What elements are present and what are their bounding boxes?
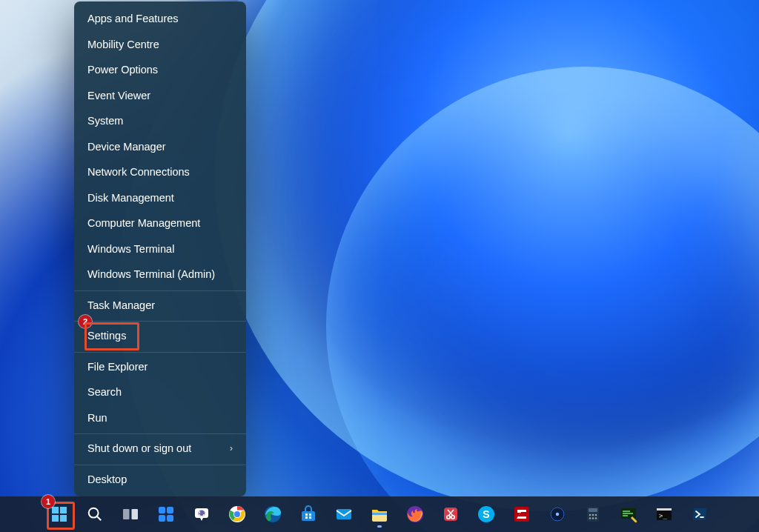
svg-rect-14 <box>199 511 201 513</box>
menu-item-label: Settings <box>87 330 126 342</box>
svg-rect-9 <box>167 507 173 513</box>
svg-point-46 <box>595 517 597 519</box>
menu-item-power-options[interactable]: Power Options <box>74 57 246 83</box>
calculator-icon <box>584 505 602 523</box>
svg-point-45 <box>592 517 594 519</box>
menu-item-settings[interactable]: Settings <box>74 321 246 349</box>
mail-icon <box>335 505 353 523</box>
svg-rect-21 <box>309 513 311 516</box>
taskbar-powershell-button[interactable] <box>685 499 715 529</box>
taskbar-skype-button[interactable]: S <box>471 499 501 529</box>
menu-item-windows-terminal-admin[interactable]: Windows Terminal (Admin) <box>74 262 246 287</box>
search-icon <box>86 505 104 523</box>
svg-point-41 <box>589 514 591 516</box>
taskbar-snipping-tool-button[interactable] <box>436 499 465 529</box>
menu-item-search[interactable]: Search <box>74 379 246 405</box>
taskbar-task-view-button[interactable] <box>116 499 145 529</box>
menu-item-label: Windows Terminal (Admin) <box>87 269 215 280</box>
menu-item-label: Network Connections <box>87 167 190 178</box>
menu-item-label: Apps and Features <box>87 13 179 24</box>
taskbar-store-button[interactable] <box>294 499 323 529</box>
svg-text:S: S <box>483 508 489 520</box>
taskbar-chrome-button[interactable] <box>222 499 252 529</box>
svg-rect-22 <box>305 516 308 519</box>
svg-rect-2 <box>52 515 59 522</box>
menu-item-task-manager[interactable]: Task Manager <box>74 290 246 319</box>
menu-item-run[interactable]: Run <box>74 405 246 431</box>
disc-icon <box>548 505 566 523</box>
svg-rect-20 <box>305 513 308 516</box>
svg-rect-40 <box>589 508 597 512</box>
menu-item-windows-terminal[interactable]: Windows Terminal <box>74 236 246 262</box>
menu-item-label: Device Manager <box>87 142 166 153</box>
taskbar-edge-button[interactable] <box>258 499 288 529</box>
menu-item-label: System <box>87 116 123 127</box>
menu-item-label: Disk Management <box>87 193 174 204</box>
menu-item-apps-and-features[interactable]: Apps and Features <box>74 6 246 32</box>
menu-item-label: Event Viewer <box>87 90 150 102</box>
taskbar-file-explorer-button[interactable] <box>365 499 394 529</box>
svg-rect-1 <box>60 507 67 513</box>
taskbar-command-prompt-button[interactable]: >_ <box>649 499 679 529</box>
svg-line-5 <box>97 516 101 520</box>
menu-item-desktop[interactable]: Desktop <box>74 465 246 493</box>
snipping-icon <box>442 505 460 523</box>
svg-rect-35 <box>514 507 529 522</box>
svg-point-42 <box>592 514 594 516</box>
svg-point-44 <box>589 517 591 519</box>
svg-rect-53 <box>657 508 672 511</box>
cmd-icon: >_ <box>655 505 673 523</box>
svg-rect-10 <box>159 515 165 522</box>
svg-point-38 <box>556 513 559 516</box>
svg-point-51 <box>635 521 637 522</box>
taskbar-widgets-button[interactable] <box>151 499 181 529</box>
callout-badge-1: 1 <box>42 495 55 508</box>
powershell-icon <box>691 505 709 523</box>
menu-item-shut-down-or-sign-out[interactable]: Shut down or sign out› <box>74 433 246 462</box>
menu-item-label: Windows Terminal <box>87 244 174 255</box>
menu-item-network-connections[interactable]: Network Connections <box>74 159 246 185</box>
taskbar-firefox-button[interactable] <box>400 499 430 529</box>
svg-rect-24 <box>337 509 351 519</box>
taskbar-filezilla-button[interactable] <box>507 499 537 529</box>
menu-item-label: Task Manager <box>87 300 155 311</box>
taskbar-search-button[interactable] <box>80 499 110 529</box>
menu-item-label: File Explorer <box>87 362 148 373</box>
menu-item-disk-management[interactable]: Disk Management <box>74 185 246 211</box>
menu-item-file-explorer[interactable]: File Explorer <box>74 352 246 380</box>
menu-item-system[interactable]: System <box>74 108 246 134</box>
svg-rect-26 <box>372 513 387 515</box>
skype-icon: S <box>477 505 495 523</box>
callout-badge-2: 2 <box>79 315 92 328</box>
taskbar-mail-button[interactable] <box>329 499 359 529</box>
chat-icon <box>193 505 211 523</box>
taskbar-putty-button[interactable] <box>614 499 643 529</box>
menu-item-label: Search <box>87 387 122 398</box>
chrome-icon <box>228 505 246 523</box>
menu-item-device-manager[interactable]: Device Manager <box>74 134 246 160</box>
menu-item-event-viewer[interactable]: Event Viewer <box>74 83 246 109</box>
svg-rect-19 <box>302 511 315 521</box>
menu-item-label: Power Options <box>87 64 158 76</box>
taskbar-chat-button[interactable] <box>187 499 216 529</box>
filezilla-icon <box>513 505 531 523</box>
svg-point-4 <box>89 508 99 518</box>
svg-rect-7 <box>132 509 139 519</box>
menu-item-mobility-centre[interactable]: Mobility Centre <box>74 32 246 58</box>
menu-item-computer-management[interactable]: Computer Management <box>74 210 246 236</box>
taskbar: S>_ <box>0 496 759 532</box>
taskbar-calculator-button[interactable] <box>578 499 608 529</box>
file-explorer-icon <box>371 505 388 523</box>
svg-text:>_: >_ <box>659 512 667 519</box>
svg-rect-3 <box>60 515 67 522</box>
menu-item-label: Computer Management <box>87 218 200 229</box>
winx-context-menu: Apps and FeaturesMobility CentrePower Op… <box>74 1 246 496</box>
taskbar-media-player-button[interactable] <box>543 499 572 529</box>
chevron-right-icon: › <box>230 444 233 453</box>
putty-icon <box>620 505 637 523</box>
store-icon <box>299 505 317 523</box>
svg-rect-6 <box>123 509 130 519</box>
svg-rect-23 <box>309 516 311 519</box>
task-view-icon <box>122 505 139 523</box>
start-icon <box>50 505 68 523</box>
